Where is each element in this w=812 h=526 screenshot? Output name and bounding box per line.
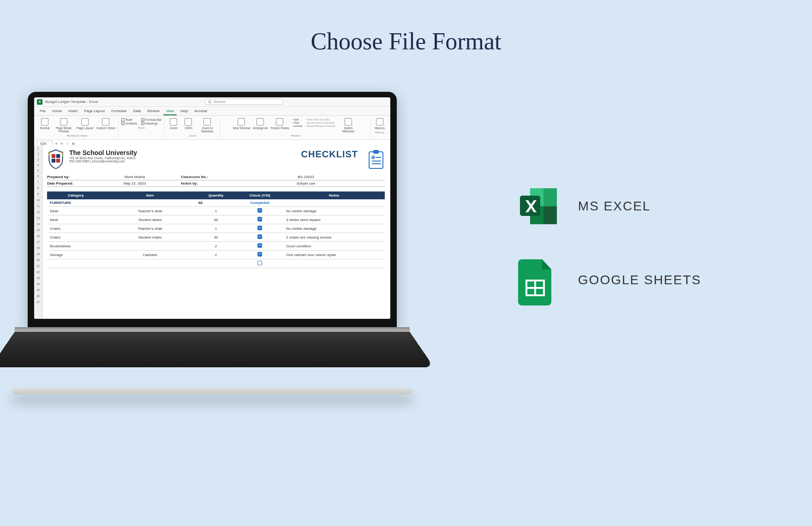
row-numbers: 1234567891011121314151617181920212223242… <box>34 145 42 319</box>
menu-file[interactable]: File <box>37 108 48 115</box>
ribbon-group-zoom: Zoom100%Zoom to Selection Zoom <box>165 117 221 138</box>
column-header: Notes <box>283 191 385 199</box>
ribbon-synchronous-scrolling-button[interactable]: ▫ Synchronous Scrolling <box>305 121 335 124</box>
column-header: Item <box>104 191 196 199</box>
google-sheets-icon <box>518 259 560 301</box>
ms-excel-icon <box>518 185 560 227</box>
view-icon <box>102 118 109 126</box>
ms-excel-option[interactable]: MS EXCEL <box>518 185 701 227</box>
ribbon-group-workbook-views: NormalPage Break PreviewPage LayoutCusto… <box>36 117 119 138</box>
checklist-table: CategoryItemQuantityCheck (Y/N)Notes FUR… <box>47 191 385 268</box>
window-title: Budget-Ledger-Template - Excel <box>45 100 98 104</box>
checkbox[interactable] <box>257 226 262 230</box>
ribbon-zoom-button[interactable]: Zoom <box>167 118 179 130</box>
page-title: Choose File Format <box>0 28 812 55</box>
date-value: May 22, 2023 <box>89 181 181 185</box>
search-icon <box>208 100 212 104</box>
classroom-value: BS-10023 <box>227 175 385 179</box>
view-icon <box>41 118 48 126</box>
ribbon-arrange-all-button[interactable]: Arrange All <box>253 118 268 130</box>
view-icon <box>81 118 89 126</box>
ribbon-check-headings[interactable]: ✓Headings <box>141 122 162 125</box>
ribbon-freeze-panes-button[interactable]: Freeze Panes <box>270 118 289 130</box>
excel-title-bar: X Budget-Ledger-Template - Excel Search <box>34 97 390 107</box>
table-row: StorageCabinets2One cabinet door needs r… <box>47 251 385 259</box>
zoom-icon <box>203 118 211 126</box>
org-address: 751 W Birch Ave Clovis, California(CA), … <box>69 156 137 160</box>
ribbon-page-break-preview-button[interactable]: Page Break Preview <box>54 118 74 133</box>
svg-rect-3 <box>56 154 60 158</box>
menu-help[interactable]: Help <box>178 108 191 115</box>
checkbox[interactable] <box>257 217 262 221</box>
column-header: Check (Y/N) <box>236 191 283 199</box>
ms-excel-label: MS EXCEL <box>578 199 651 214</box>
org-contact: 559-299-5985 | school@university.com <box>69 160 137 163</box>
ribbon-normal-button[interactable]: Normal <box>39 118 51 130</box>
google-sheets-option[interactable]: GOOGLE SHEETS <box>518 259 701 301</box>
svg-rect-5 <box>56 159 60 162</box>
ribbon-zoom-to-selection-button[interactable]: Zoom to Selection <box>197 118 217 133</box>
checkbox[interactable] <box>257 252 262 257</box>
checkbox[interactable] <box>257 234 262 239</box>
menu-review[interactable]: Review <box>144 108 162 115</box>
laptop-mockup: X Budget-Ledger-Template - Excel Search … <box>28 92 397 394</box>
column-header: Quantity <box>196 191 236 199</box>
clipboard-icon <box>367 149 385 169</box>
ribbon-unhide-button[interactable]: ▫ Unhide <box>292 125 303 127</box>
ribbon: NormalPage Break PreviewPage LayoutCusto… <box>34 116 390 140</box>
checklist-title: CHECKLIST <box>301 149 358 160</box>
ribbon-check-gridlines[interactable]: ✓Gridlines <box>121 122 137 125</box>
search-input[interactable]: Search <box>205 99 283 105</box>
classroom-label: Classroom No.: <box>181 175 227 179</box>
zoom-icon <box>170 118 177 126</box>
noted-by-value: Sufyan Lee <box>227 181 385 185</box>
menu-acrobat[interactable]: Acrobat <box>191 108 210 115</box>
checkbox[interactable] <box>257 243 262 248</box>
ribbon-100--button[interactable]: 100% <box>182 118 194 130</box>
checkbox[interactable] <box>257 208 262 213</box>
ribbon-switch-windows-button[interactable]: Switch Windows <box>338 118 358 133</box>
ribbon-check-ruler[interactable]: Ruler <box>121 118 137 121</box>
svg-rect-14 <box>543 188 557 206</box>
ribbon-group-show: Ruler✓Formula Bar✓Gridlines✓Headings Sho… <box>119 117 165 138</box>
ribbon-view-side-by-side-button[interactable]: ▫ View Side by Side <box>305 118 335 121</box>
prepared-by-label: Prepared by: <box>47 175 89 179</box>
excel-window: X Budget-Ledger-Template - Excel Search … <box>34 97 390 319</box>
menu-home[interactable]: Home <box>49 108 65 115</box>
ribbon-custom-views-button[interactable]: Custom Views <box>96 118 115 130</box>
ribbon-group-window: New WindowArrange AllFreeze Panes ▫ Spli… <box>221 117 371 138</box>
macros-button[interactable]: Macros <box>374 118 386 130</box>
macros-icon <box>376 118 383 126</box>
table-row: DeskStudent desks303 desks need repairs <box>47 215 385 224</box>
menu-formulas[interactable]: Formulas <box>108 108 129 115</box>
excel-logo-icon: X <box>37 99 42 105</box>
zoom-icon <box>185 118 192 126</box>
menu-view[interactable]: View <box>163 108 177 115</box>
svg-point-0 <box>209 101 211 103</box>
switch-icon <box>345 118 352 126</box>
table-row: ChairsStudent chairs302 chairs are missi… <box>47 233 385 242</box>
ribbon-check-formula-bar[interactable]: ✓Formula Bar <box>141 118 162 121</box>
ribbon-reset-window-position-button[interactable]: ▫ Reset Window Position <box>305 125 335 127</box>
window-icon <box>257 118 264 126</box>
table-row: DeskTeacher's desk1No visible damage <box>47 207 385 215</box>
school-crest-icon <box>47 149 65 169</box>
checkbox[interactable] <box>257 261 262 265</box>
ribbon-group-macros: Macros Macros <box>371 117 388 138</box>
view-icon <box>60 118 67 126</box>
svg-rect-4 <box>52 159 55 162</box>
prepared-by-value: Remi Molina <box>89 175 181 179</box>
window-icon <box>238 118 245 126</box>
menu-insert[interactable]: Insert <box>66 108 80 115</box>
noted-by-label: Noted by: <box>181 181 227 185</box>
org-name: The School University <box>69 149 137 156</box>
ribbon-new-window-button[interactable]: New Window <box>233 118 250 130</box>
svg-rect-2 <box>52 154 55 158</box>
ribbon-page-layout-button[interactable]: Page Layout <box>77 118 94 130</box>
ribbon-hide-button[interactable]: ▫ Hide <box>292 121 303 124</box>
date-label: Date Prepared: <box>47 181 89 185</box>
menu-page-layout[interactable]: Page Layout <box>81 108 107 115</box>
table-row: Bookshelves2Good condition <box>47 242 385 251</box>
ribbon-split-button[interactable]: ▫ Split <box>292 118 303 121</box>
menu-data[interactable]: Data <box>131 108 144 115</box>
